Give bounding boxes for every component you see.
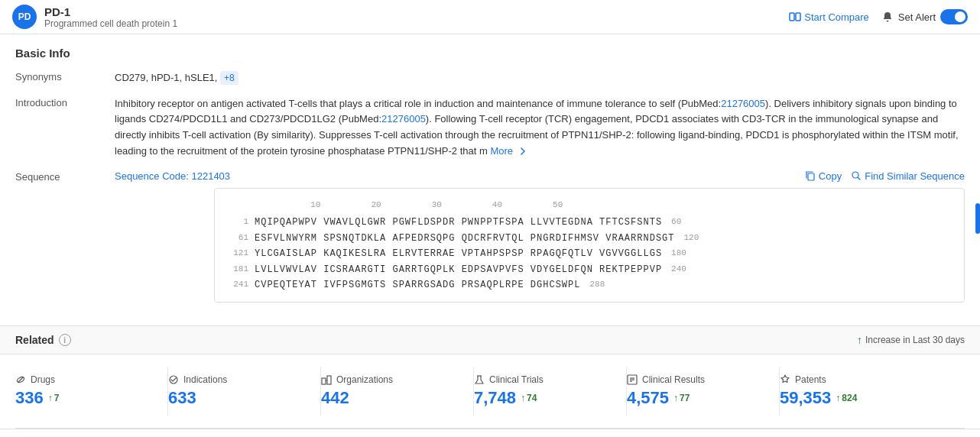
stats-grid-row2: Literatures 29,332 News 3,586 ↑ 98 bbox=[0, 429, 980, 437]
related-label: Related i bbox=[15, 334, 71, 346]
patents-change-value: 824 bbox=[842, 393, 857, 403]
drugs-arrow-icon: ↑ bbox=[48, 393, 53, 403]
find-similar-label: Find Similar Sequence bbox=[865, 170, 965, 182]
stat-organizations[interactable]: Organizations 442 bbox=[321, 367, 474, 416]
stat-drugs-label: Drugs bbox=[31, 374, 55, 385]
stat-indications-value-row: 633 bbox=[168, 388, 308, 408]
seq-line-1: 1 MQIPQAPWPV VWAVLQLGWR PGWFLDSPDR PWNPP… bbox=[227, 215, 952, 230]
stat-drugs-value: 336 bbox=[15, 388, 44, 408]
arrow-up-icon: ↑ bbox=[857, 334, 862, 346]
svg-rect-1 bbox=[796, 13, 800, 21]
stat-patents-value: 59,353 bbox=[780, 388, 831, 408]
sequence-controls: Copy Find Similar Sequence bbox=[805, 170, 965, 182]
org-icon bbox=[321, 374, 332, 385]
header-actions: Start Compare Set Alert bbox=[789, 9, 968, 24]
more-link[interactable]: More bbox=[490, 145, 513, 157]
related-section-header: Related i ↑ Increase in Last 30 days bbox=[0, 325, 980, 354]
pubmed-link-2[interactable]: 21276005 bbox=[381, 113, 426, 125]
increase-text: Increase in Last 30 days bbox=[865, 335, 965, 345]
stat-organizations-value: 442 bbox=[321, 388, 349, 408]
synonyms-text: CD279, hPD-1, hSLE1, bbox=[115, 72, 217, 83]
svg-rect-2 bbox=[808, 173, 814, 180]
stat-patents[interactable]: Patents 59,353 ↑ 824 bbox=[780, 367, 933, 416]
stat-trials-value-row: 7,748 ↑ 74 bbox=[474, 388, 614, 408]
protein-icon: PD bbox=[12, 5, 37, 29]
page-subtitle: Programmed cell death protein 1 bbox=[44, 18, 177, 29]
sequence-box: 10 20 30 40 50 1 MQIPQAPWPV VWAVLQLGWR P… bbox=[214, 188, 965, 303]
stat-indications[interactable]: Indications 633 bbox=[168, 367, 321, 416]
drugs-change-value: 7 bbox=[54, 393, 60, 403]
stat-clinical-trials[interactable]: Clinical Trials 7,748 ↑ 74 bbox=[474, 367, 627, 416]
synonyms-row: Synonyms CD279, hPD-1, hSLE1, +8 bbox=[15, 70, 965, 86]
sequence-content: Sequence Code: 1221403 Copy bbox=[115, 170, 965, 303]
seq-line-4: 181 LVLLVWVLAV ICSRAARGTI GARRTGQPLK EDP… bbox=[227, 262, 952, 277]
introduction-text: Inhibitory receptor on antigen activated… bbox=[115, 96, 965, 160]
header: PD PD-1 Programmed cell death protein 1 … bbox=[0, 0, 980, 34]
stat-patents-change: ↑ 824 bbox=[836, 393, 857, 403]
svg-rect-7 bbox=[322, 378, 326, 384]
trials-arrow-icon: ↑ bbox=[521, 393, 525, 403]
stat-results-value-row: 4,575 ↑ 77 bbox=[627, 388, 767, 408]
sequence-row: Sequence Sequence Code: 1221403 Copy bbox=[15, 170, 965, 303]
set-alert-toggle[interactable]: Set Alert bbox=[881, 9, 968, 24]
svg-rect-8 bbox=[327, 376, 331, 384]
stat-organizations-value-row: 442 bbox=[321, 388, 461, 408]
basic-info-heading: Basic Info bbox=[15, 47, 965, 60]
stat-drugs-header: Drugs bbox=[15, 374, 155, 385]
stat-patents-header: Patents bbox=[780, 374, 920, 385]
stat-trials-label: Clinical Trials bbox=[489, 374, 544, 385]
introduction-label: Introduction bbox=[15, 96, 115, 108]
sequence-ruler: 10 20 30 40 50 bbox=[227, 198, 952, 212]
alert-icon bbox=[881, 11, 894, 23]
copy-icon bbox=[805, 170, 816, 181]
stat-indications-value: 633 bbox=[168, 388, 196, 408]
stat-patents-value-row: 59,353 ↑ 824 bbox=[780, 388, 920, 408]
page-title: PD-1 bbox=[44, 5, 177, 18]
svg-rect-0 bbox=[790, 13, 794, 21]
stat-results-label: Clinical Results bbox=[642, 374, 705, 385]
stat-drugs-value-row: 336 ↑ 7 bbox=[15, 388, 155, 408]
set-alert-label: Set Alert bbox=[898, 11, 936, 23]
introduction-row: Introduction Inhibitory receptor on anti… bbox=[15, 96, 965, 160]
expand-icon[interactable] bbox=[518, 146, 528, 157]
header-title-block: PD-1 Programmed cell death protein 1 bbox=[44, 5, 177, 29]
stat-trials-header: Clinical Trials bbox=[474, 374, 614, 385]
main-content: Basic Info Synonyms CD279, hPD-1, hSLE1,… bbox=[0, 34, 980, 325]
related-info-icon[interactable]: i bbox=[59, 334, 71, 346]
stat-drugs[interactable]: Drugs 336 ↑ 7 bbox=[15, 367, 168, 416]
stat-trials-value: 7,748 bbox=[474, 388, 516, 408]
seq-line-3: 121 YLCGAISLAP KAQIKESLRA ELRVTERRAE VPT… bbox=[227, 246, 952, 261]
stat-organizations-header: Organizations bbox=[321, 374, 461, 385]
alert-toggle-switch[interactable] bbox=[940, 9, 968, 24]
header-icon-text: PD bbox=[18, 11, 31, 22]
copy-button[interactable]: Copy bbox=[805, 170, 842, 182]
scroll-indicator[interactable] bbox=[975, 203, 980, 234]
indication-icon bbox=[168, 374, 179, 385]
intro-body: Inhibitory receptor on antigen activated… bbox=[115, 98, 959, 157]
patents-arrow-icon: ↑ bbox=[836, 393, 840, 403]
header-left: PD PD-1 Programmed cell death protein 1 bbox=[12, 5, 177, 29]
sequence-header: Sequence Code: 1221403 Copy bbox=[115, 170, 965, 182]
find-similar-button[interactable]: Find Similar Sequence bbox=[851, 170, 965, 182]
drug-icon bbox=[15, 374, 26, 385]
sequence-code[interactable]: Sequence Code: 1221403 bbox=[115, 170, 230, 182]
synonyms-badge[interactable]: +8 bbox=[220, 71, 239, 85]
increase-label: ↑ Increase in Last 30 days bbox=[857, 334, 965, 346]
pubmed-link-1[interactable]: 21276005 bbox=[721, 98, 765, 109]
start-compare-button[interactable]: Start Compare bbox=[789, 11, 869, 23]
stat-results-header: Clinical Results bbox=[627, 374, 767, 385]
result-icon bbox=[627, 374, 638, 385]
stat-patents-label: Patents bbox=[795, 374, 826, 385]
synonyms-label: Synonyms bbox=[15, 70, 115, 83]
results-arrow-icon: ↑ bbox=[673, 393, 678, 403]
stat-drugs-change: ↑ 7 bbox=[48, 393, 60, 403]
related-text: Related bbox=[15, 334, 54, 346]
trial-icon bbox=[474, 374, 485, 385]
seq-line-5: 241 CVPEQTEYAT IVFPSGMGTS SPARRGSADG PRS… bbox=[227, 277, 952, 293]
stat-indications-label: Indications bbox=[183, 374, 227, 385]
stat-clinical-results[interactable]: Clinical Results 4,575 ↑ 77 bbox=[627, 367, 780, 416]
stat-results-value: 4,575 bbox=[627, 388, 669, 408]
copy-label: Copy bbox=[819, 170, 842, 182]
seq-line-2: 61 ESFVLNWYRM SPSNQTDKLA AFPEDRSQPG QDCR… bbox=[227, 231, 952, 246]
patent-icon bbox=[780, 374, 790, 385]
